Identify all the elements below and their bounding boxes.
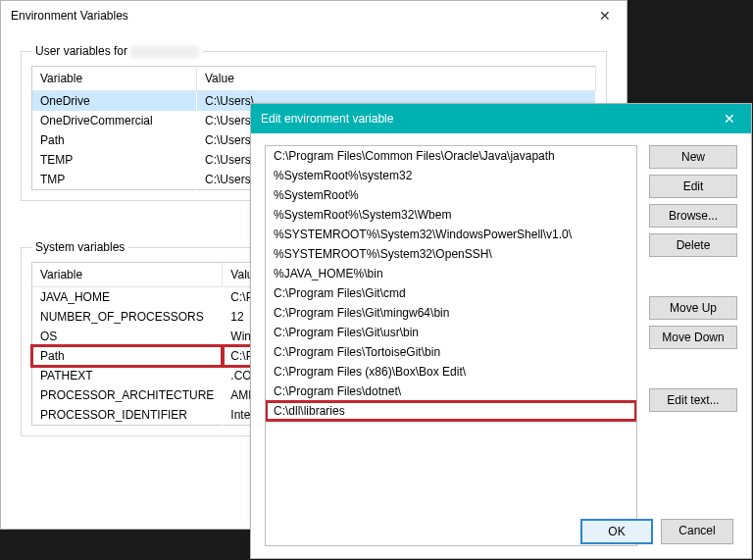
edit-button[interactable]: Edit	[649, 175, 737, 198]
var-name: TMP	[32, 170, 197, 190]
new-button[interactable]: New	[649, 145, 737, 169]
ok-button[interactable]: OK	[580, 519, 653, 544]
env-vars-titlebar: Environment Variables ✕	[1, 1, 627, 30]
edit-env-var-body: C:\Program Files\Common Files\Oracle\Jav…	[251, 133, 751, 558]
var-name: TEMP	[32, 150, 197, 170]
var-name: NUMBER_OF_PROCESSORS	[32, 307, 223, 327]
col-header-variable[interactable]: Variable	[32, 263, 223, 287]
list-item[interactable]: C:\dll\libraries	[266, 401, 636, 421]
move-down-button[interactable]: Move Down	[649, 326, 737, 349]
list-item[interactable]: %SystemRoot%\System32\Wbem	[266, 205, 636, 225]
var-name: JAVA_HOME	[32, 287, 223, 308]
var-name: PROCESSOR_IDENTIFIER	[32, 405, 223, 426]
list-item[interactable]: C:\Program Files (x86)\Box\Box Edit\	[266, 362, 636, 382]
move-up-button[interactable]: Move Up	[649, 296, 737, 320]
user-name-redacted	[130, 46, 199, 58]
var-name: PATHEXT	[32, 366, 223, 385]
col-header-variable[interactable]: Variable	[32, 67, 197, 91]
edit-env-var-title: Edit environment variable	[261, 112, 393, 126]
close-icon[interactable]: ✕	[582, 1, 627, 30]
var-name: OneDrive	[32, 91, 197, 112]
edit-env-var-dialog: Edit environment variable ✕ C:\Program F…	[250, 103, 752, 559]
list-item[interactable]: %SYSTEMROOT%\System32\WindowsPowerShell\…	[266, 225, 636, 244]
env-vars-title: Environment Variables	[11, 9, 128, 23]
cancel-button[interactable]: Cancel	[661, 519, 733, 544]
list-item[interactable]: C:\Program Files\Git\usr\bin	[266, 323, 636, 342]
close-icon[interactable]: ✕	[707, 104, 751, 133]
var-name: PROCESSOR_ARCHITECTURE	[32, 385, 223, 405]
path-entries-listbox[interactable]: C:\Program Files\Common Files\Oracle\Jav…	[265, 145, 637, 546]
edit-env-var-titlebar: Edit environment variable ✕	[251, 104, 751, 133]
col-header-value[interactable]: Value	[197, 67, 596, 91]
list-item[interactable]: C:\Program Files\Common Files\Oracle\Jav…	[266, 146, 636, 166]
list-item[interactable]: C:\Program Files\Git\mingw64\bin	[266, 303, 636, 323]
side-buttons: New Edit Browse... Delete Move Up Move D…	[649, 145, 737, 546]
browse-button[interactable]: Browse...	[649, 204, 737, 228]
system-vars-legend: System variables	[31, 240, 128, 254]
list-item[interactable]: C:\Program Files\dotnet\	[266, 382, 636, 401]
list-item[interactable]: %JAVA_HOME%\bin	[266, 264, 636, 283]
list-item[interactable]: %SYSTEMROOT%\System32\OpenSSH\	[266, 244, 636, 264]
var-name: Path	[32, 130, 197, 150]
edit-text-button[interactable]: Edit text...	[649, 388, 737, 412]
var-name: OS	[32, 327, 223, 346]
delete-button[interactable]: Delete	[649, 233, 737, 257]
dialog-buttons: OK Cancel	[580, 519, 733, 544]
user-vars-legend-prefix: User variables for	[35, 44, 127, 58]
user-vars-legend: User variables for	[31, 44, 203, 58]
list-item[interactable]: C:\Program Files\TortoiseGit\bin	[266, 342, 636, 362]
var-name: Path	[32, 346, 223, 366]
list-item[interactable]: C:\Program Files\Git\cmd	[266, 283, 636, 303]
list-item[interactable]: %SystemRoot%\system32	[266, 166, 636, 185]
var-name: OneDriveCommercial	[32, 111, 197, 130]
list-item[interactable]: %SystemRoot%	[266, 185, 636, 205]
